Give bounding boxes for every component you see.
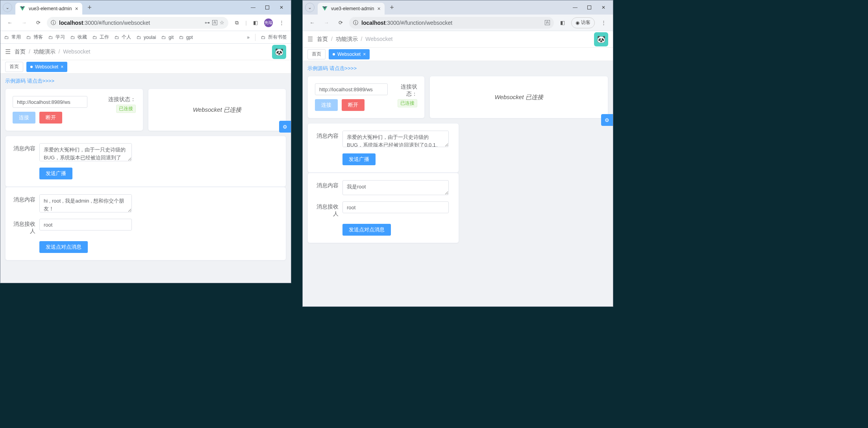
breadcrumb-current: Websocket [63,48,90,55]
page-content: 示例源码 请点击>>>> 连接 断开 [303,61,613,306]
browser-tab-active[interactable]: vue3-element-admin × [15,3,82,15]
forward-button[interactable]: → [321,17,332,28]
circle-icon [30,66,33,68]
send-broadcast-button[interactable]: 发送广播 [342,153,376,165]
connect-button[interactable]: 连接 [13,112,35,124]
breadcrumb-home[interactable]: 首页 [317,36,328,42]
sidepanel-button[interactable]: ◧ [250,17,261,28]
connection-status-tag: 已连接 [398,99,417,107]
maximize-button[interactable] [582,2,596,13]
translate-icon[interactable]: 🄰 [212,20,217,26]
user-avatar[interactable]: 🐼 [272,45,286,59]
p2p-content-textarea[interactable]: hi , root , 我是admin , 想和你交个朋友！ [39,194,132,212]
sidebar-toggle-icon[interactable]: ☰ [307,35,313,43]
websocket-url-input[interactable] [315,83,388,95]
tab-search-dropdown[interactable]: ⌄ [305,3,315,12]
tab-home[interactable]: 首页 [307,49,326,59]
address-bar[interactable]: ⓘ localhost:3000/#/function/websocket 🄰 [349,17,554,29]
bookmark-star-icon[interactable]: ☆ [220,20,224,26]
window-titlebar: ⌄ vue3-element-admin × + — ✕ [0,0,291,15]
circle-icon [333,53,335,55]
browser-window-right: ⌄ vue3-element-admin × + — ✕ ← → ⟳ ⓘ loc… [302,0,613,307]
breadcrumb: 首页 / 功能演示 / Websocket [317,36,392,43]
bookmark-folder[interactable]: 🗀工作 [93,34,109,41]
tab-title: vue3-element-admin [29,6,72,11]
close-icon[interactable]: × [377,6,380,12]
disconnect-button[interactable]: 断开 [342,99,365,111]
close-icon[interactable]: × [75,6,78,12]
breadcrumb: 首页 / 功能演示 / Websocket [15,48,90,55]
forward-button[interactable]: → [19,17,30,28]
p2p-recipient-input[interactable] [342,201,449,213]
address-bar[interactable]: ⓘ localhost:3000/#/function/websocket ⊶ … [47,17,228,29]
bookmark-folder[interactable]: 🗀git [161,35,174,40]
all-bookmarks[interactable]: 🗀所有书签 [261,34,287,41]
close-icon[interactable]: × [61,64,63,70]
bookmark-folder[interactable]: 🗀博客 [26,34,43,41]
minimize-button[interactable]: — [246,2,260,13]
breadcrumb-demo[interactable]: 功能演示 [336,36,358,42]
tab-websocket[interactable]: Websocket × [329,49,370,59]
reload-button[interactable]: ⟳ [33,17,44,28]
header-bar: ☰ 首页 / 功能演示 / Websocket 🐼 [0,44,291,60]
profile-avatar[interactable]: 先瑞 [264,18,273,27]
settings-fab[interactable]: ⚙ [601,114,613,126]
user-icon: ◉ [576,20,579,26]
bookmark-folder[interactable]: 🗀收藏 [70,34,87,41]
connect-button[interactable]: 连接 [315,99,338,111]
breadcrumb-demo[interactable]: 功能演示 [33,48,56,55]
bookmark-folder[interactable]: 🗀个人 [115,34,131,41]
site-info-icon[interactable]: ⓘ [51,19,56,26]
p2p-content-textarea[interactable]: 我是root [342,180,449,195]
back-button[interactable]: ← [307,17,318,28]
send-p2p-button[interactable]: 发送点对点消息 [39,241,88,253]
new-tab-button[interactable]: + [85,2,95,13]
extensions-button[interactable]: ⧉ [231,17,242,28]
tab-search-dropdown[interactable]: ⌄ [3,3,12,12]
tab-home[interactable]: 首页 [5,62,23,72]
guest-profile-pill[interactable]: ◉ 访客 [571,17,595,28]
broadcast-textarea[interactable]: 亲爱的大冤种们，由于一只史诗级的BUG，系统版本已经被迫回退到了0.0.1。 [342,131,449,147]
site-info-icon[interactable]: ⓘ [353,19,358,26]
broadcast-textarea[interactable]: 亲爱的大冤种们，由于一只史诗级的BUG，系统版本已经被迫回退到了 [39,143,132,161]
broadcast-card: 消息内容 亲爱的大冤种们，由于一只史诗级的BUG，系统版本已经被迫回退到了 发送… [5,136,286,187]
browser-tab-active[interactable]: vue3-element-admin × [318,3,385,15]
close-window-button[interactable]: ✕ [274,2,289,13]
bookmarks-overflow[interactable]: » [247,35,250,40]
maximize-button[interactable] [260,2,274,13]
window-titlebar: ⌄ vue3-element-admin × + — ✕ [303,0,613,15]
p2p-recipient-input[interactable] [39,219,132,231]
translate-icon[interactable]: 🄰 [545,20,550,26]
close-window-button[interactable]: ✕ [596,2,611,13]
tab-title: vue3-element-admin [331,6,374,11]
svg-rect-1 [588,6,591,9]
p2p-card: 消息内容 我是root 消息接收人 发送点对点消息 [307,173,459,243]
chrome-menu-button[interactable]: ⋮ [276,17,287,28]
chrome-menu-button[interactable]: ⋮ [598,17,609,28]
source-code-link[interactable]: 示例源码 请点击>>>> [5,77,286,85]
close-icon[interactable]: × [363,52,366,57]
password-key-icon[interactable]: ⊶ [205,20,210,26]
websocket-url-input[interactable] [13,96,87,108]
reload-button[interactable]: ⟳ [335,17,346,28]
user-avatar[interactable]: 🐼 [594,32,608,46]
minimize-button[interactable]: — [568,2,582,13]
disconnect-button[interactable]: 断开 [39,112,62,124]
breadcrumb-home[interactable]: 首页 [15,48,26,55]
send-broadcast-button[interactable]: 发送广播 [39,168,72,179]
send-p2p-button[interactable]: 发送点对点消息 [342,224,391,236]
view-tabs: 首页 Websocket × [303,48,613,61]
bookmark-folder[interactable]: 🗀youlai [137,35,156,40]
settings-fab[interactable]: ⚙ [279,121,291,133]
back-button[interactable]: ← [4,17,15,28]
sidepanel-button[interactable]: ◧ [557,17,568,28]
new-tab-button[interactable]: + [387,2,397,13]
bookmark-folder[interactable]: 🗀学习 [48,34,65,41]
bookmark-folder[interactable]: 🗀常用 [4,34,21,41]
source-code-link[interactable]: 示例源码 请点击>>>> [307,65,608,72]
tab-websocket[interactable]: Websocket × [26,62,67,72]
bookmark-folder[interactable]: 🗀gpt [179,35,193,40]
p2p-recipient-label: 消息接收人 [315,201,342,218]
broadcast-content-label: 消息内容 [13,143,39,152]
sidebar-toggle-icon[interactable]: ☰ [5,48,11,55]
